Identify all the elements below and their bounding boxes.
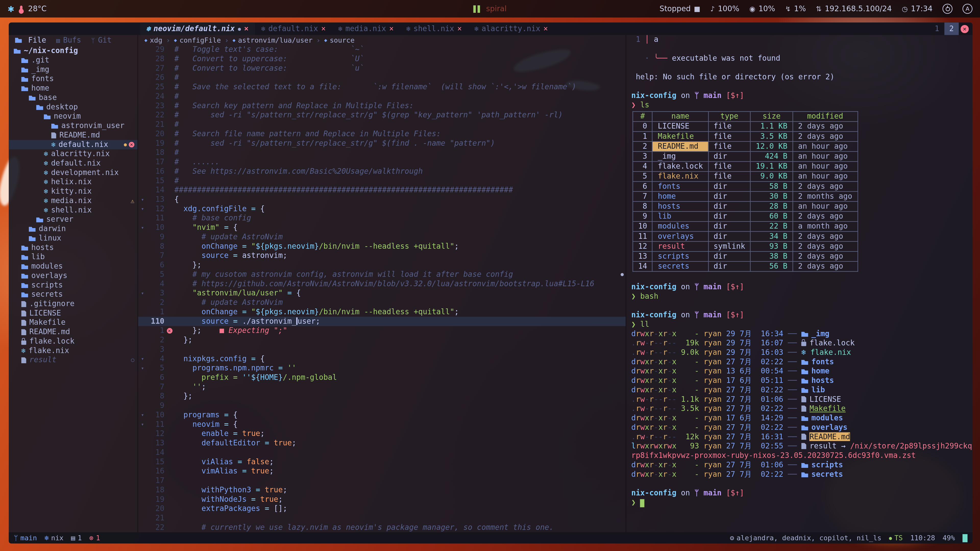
- lsp-clients[interactable]: ⚙ alejandra, deadnix, copilot, nil_ls: [730, 533, 881, 543]
- editor-line[interactable]: ▾5 programs.npm.npmrc = '': [138, 364, 625, 373]
- buffer-tab[interactable]: ❄alacritty.nix×: [468, 22, 554, 35]
- tree-item[interactable]: server: [9, 215, 137, 224]
- breadcrumb-item[interactable]: ◆source: [324, 35, 355, 44]
- git-branch[interactable]: ᛘ main: [14, 533, 37, 543]
- editor-line[interactable]: 28# Convert to uppercase: `U`: [138, 54, 625, 64]
- close-tab-icon[interactable]: ×: [321, 24, 326, 33]
- editor-line[interactable]: 25# Save the selected text to a file: `:…: [138, 83, 625, 92]
- disk-widget[interactable]: ◉ 10%: [749, 4, 775, 13]
- recording-status[interactable]: Stopped ■: [659, 4, 700, 13]
- editor-line[interactable]: 22 # currently we use lazy.nvim as neovi…: [138, 523, 625, 532]
- editor-line[interactable]: 17# ......: [138, 157, 625, 167]
- close-tab-icon[interactable]: ×: [389, 24, 394, 33]
- editor-line[interactable]: 21#: [138, 120, 625, 129]
- breadcrumb-item[interactable]: ◆configFile: [174, 35, 221, 44]
- breadcrumb-item[interactable]: ◆xdg: [145, 35, 162, 44]
- scrollbar-marker[interactable]: [620, 273, 624, 276]
- tree-item[interactable]: ❄shell.nix: [9, 206, 137, 215]
- close-tab-icon[interactable]: ×: [457, 24, 462, 33]
- cpu-widget[interactable]: ↯ 1%: [785, 4, 806, 13]
- tree-item[interactable]: .gitignore: [9, 299, 137, 309]
- editor-line[interactable]: 6 };: [138, 260, 625, 270]
- breadcrumb-item[interactable]: ◆astronvim/lua/user: [232, 35, 313, 44]
- editor-line[interactable]: 3: [138, 345, 625, 354]
- editor-line[interactable]: 8 };: [138, 392, 625, 401]
- tree-item[interactable]: linux: [9, 233, 137, 243]
- fold-icon[interactable]: ▾: [138, 223, 147, 232]
- power-button[interactable]: [942, 4, 953, 14]
- explorer-tab-git[interactable]: ᛘGit: [91, 35, 111, 44]
- explorer-tab-bufs[interactable]: ▤Bufs: [56, 35, 81, 44]
- tree-item[interactable]: ❄default.nix: [9, 159, 137, 168]
- editor-line[interactable]: 27# Convert to lowercase: `u`: [138, 64, 625, 73]
- editor-line[interactable]: 14######################################…: [138, 186, 625, 195]
- buffer-tab[interactable]: ❄default.nix×: [255, 22, 332, 35]
- editor-line[interactable]: 6 prefix = ''${HOME}/.npm-global: [138, 373, 625, 383]
- tree-item[interactable]: lib: [9, 252, 137, 262]
- terminal-pane[interactable]: 1 │ a · ╰── executable was not found hel…: [626, 35, 973, 532]
- fold-icon[interactable]: ▾: [138, 204, 147, 214]
- code-area[interactable]: 29# Toggle text's case: `~`28# Convert t…: [138, 45, 625, 532]
- tree-item[interactable]: .git: [9, 56, 137, 65]
- tree-item[interactable]: _img: [9, 65, 137, 75]
- media-widget[interactable]: ▌▌ spiral: [473, 4, 507, 13]
- tree-item[interactable]: home: [9, 84, 137, 93]
- editor-line[interactable]: ▾3 "astronvim/lua/user" = {: [138, 289, 625, 298]
- editor-line[interactable]: 15 viAlias = false;: [138, 457, 625, 467]
- editor-line[interactable]: 20# Search file name pattern and Replace…: [138, 129, 625, 139]
- editor-line[interactable]: 16 vimAlias = true;: [138, 467, 625, 476]
- tree-item[interactable]: flake.lock: [9, 337, 137, 346]
- editor-line[interactable]: ▾10 programs = {: [138, 410, 625, 420]
- editor-line[interactable]: 15#: [138, 176, 625, 186]
- tree-item[interactable]: result○: [9, 355, 137, 365]
- tree-item[interactable]: darwin: [9, 224, 137, 233]
- editor-line[interactable]: 9: [138, 401, 625, 410]
- fold-icon[interactable]: ▾: [138, 364, 147, 373]
- editor-line[interactable]: 8 onChange = "${pkgs.neovim}/bin/nvim --…: [138, 242, 625, 251]
- editor-line[interactable]: ▾10 "nvim" = {: [138, 223, 625, 232]
- editor-line[interactable]: 13 defaultEditor = true;: [138, 438, 625, 448]
- buffer-tab[interactable]: ❄neovim/default.nix●×: [140, 22, 255, 35]
- close-tab-icon[interactable]: ×: [244, 24, 248, 33]
- editor-line[interactable]: 29# Toggle text's case: `~`: [138, 45, 625, 54]
- tree-item[interactable]: modules: [9, 262, 137, 271]
- tree-item[interactable]: secrets: [9, 290, 137, 299]
- editor-line[interactable]: 1 onChange = "${pkgs.neovim}/bin/nvim --…: [138, 307, 625, 317]
- buffer-tab[interactable]: ❄shell.nix×: [400, 22, 468, 35]
- editor-line[interactable]: 11 # base config: [138, 214, 625, 223]
- editor-line[interactable]: 4 # https://github.com/AstroNvim/AstroNv…: [138, 279, 625, 289]
- editor-line[interactable]: 5 # my cusotom astronvim config, astronv…: [138, 270, 625, 279]
- editor-line[interactable]: 18#: [138, 148, 625, 157]
- tree-item[interactable]: LICENSE: [9, 309, 137, 318]
- tree-item[interactable]: overlays: [9, 271, 137, 281]
- hint-count[interactable]: ▤ 1: [71, 533, 82, 543]
- editor-line[interactable]: ▾13{: [138, 195, 625, 204]
- user-badge[interactable]: A: [963, 4, 972, 14]
- editor-line[interactable]: 2 # update AstroNvim: [138, 298, 625, 307]
- editor-line[interactable]: 17: [138, 476, 625, 486]
- tab-page[interactable]: 1: [930, 22, 944, 35]
- explorer-tab-file[interactable]: File: [15, 35, 46, 44]
- tree-item[interactable]: Makefile: [9, 318, 137, 327]
- fold-icon[interactable]: ▾: [138, 289, 147, 298]
- tree-item[interactable]: ❄flake.nix: [9, 346, 137, 356]
- editor-line[interactable]: ▾12 xdg.configFile = {: [138, 204, 625, 214]
- fold-icon[interactable]: ▾: [138, 410, 147, 420]
- editor-line[interactable]: 9 # update AstroNvim: [138, 232, 625, 242]
- network-widget[interactable]: ⇅ 192.168.5.100/24: [816, 4, 892, 13]
- tree-item[interactable]: hosts: [9, 243, 137, 252]
- editor-line[interactable]: ▾4 nixpkgs.config = {: [138, 354, 625, 364]
- editor-line[interactable]: 18 withPython3 = true;: [138, 486, 625, 495]
- tree-item[interactable]: ❄alacritty.nix: [9, 149, 137, 159]
- editor-line[interactable]: 22# sed -ri "s/pattern_str/replace_str/g…: [138, 110, 625, 120]
- editor-line[interactable]: 23# Search key pattern and Replace in Mu…: [138, 101, 625, 111]
- editor-pane[interactable]: ◆xdg›◆configFile›◆astronvim/lua/user›◆so…: [138, 35, 626, 532]
- tree-item[interactable]: ❄kitty.nix: [9, 187, 137, 196]
- fold-icon[interactable]: ▾: [138, 354, 147, 364]
- editor-line[interactable]: 20 extraPackages = [];: [138, 504, 625, 513]
- close-all-button[interactable]: ×: [961, 25, 969, 33]
- editor-line[interactable]: 7 source = astronvim;: [138, 251, 625, 260]
- editor-line[interactable]: 2 };: [138, 335, 625, 345]
- tree-item[interactable]: ❄media.nix⚠: [9, 196, 137, 206]
- launcher-icon[interactable]: ✱: [7, 4, 14, 14]
